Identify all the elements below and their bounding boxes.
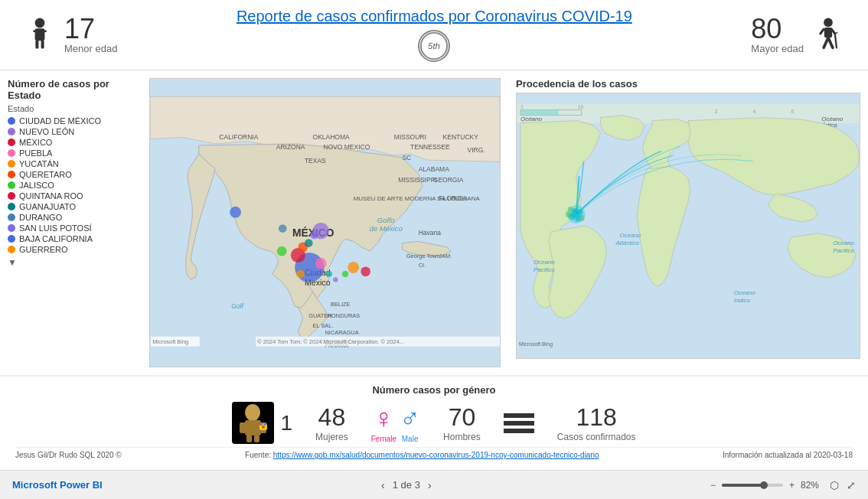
svg-text:HONDURAS: HONDURAS: [328, 312, 361, 319]
legend-item[interactable]: NUEVO LEÓN: [8, 127, 142, 136]
svg-text:TEXAS: TEXAS: [305, 157, 326, 165]
svg-text:JAM.: JAM.: [439, 253, 452, 259]
powerbi-bar: Microsoft Power BI ‹ 1 de 3 › − + 82% ⬡ …: [0, 470, 868, 499]
svg-point-99: [568, 207, 573, 211]
zoom-level: 82%: [801, 480, 819, 491]
legend-item[interactable]: GUERRERO: [8, 245, 142, 254]
legend-item[interactable]: JALISCO: [8, 181, 142, 190]
legend-item[interactable]: YUCATÁN: [8, 159, 142, 168]
world-map-container: 1 10 2 4 6 Océano Ártico Océano Ártico: [516, 93, 860, 359]
svg-text:FLORIDA: FLORIDA: [439, 194, 467, 202]
svg-text:BELIZE: BELIZE: [331, 301, 351, 308]
prev-page-arrow[interactable]: ‹: [381, 479, 385, 491]
footer-source-link[interactable]: https://www.gob.mx/salud/documentos/nuev…: [273, 451, 599, 459]
mexico-map-svg: Golfo de México Golf CALIFORNIA OKLAHOMA…: [150, 79, 500, 367]
female-icon-label: Female: [371, 435, 396, 443]
legend-items: CIUDAD DE MÉXICONUEVO LEÓNMÉXICOPUEBLAYU…: [8, 116, 142, 254]
svg-point-98: [579, 215, 585, 221]
svg-text:NICARAGUA: NICARAGUA: [325, 329, 359, 336]
svg-rect-104: [240, 422, 246, 433]
legend-dot: [8, 117, 15, 125]
svg-text:Golf: Golf: [231, 302, 244, 310]
svg-text:Pacifico: Pacifico: [534, 266, 555, 273]
legend-item[interactable]: SAN LUIS POTOSÍ: [8, 223, 142, 233]
bottom-section: Número casos por género: [0, 375, 868, 470]
svg-rect-3: [41, 30, 46, 31]
male-stat: 70 Hombres: [443, 403, 481, 442]
left-panel: Número de casos por Estado Estado CIUDAD…: [0, 70, 508, 375]
svg-point-60: [230, 207, 241, 218]
svg-point-111: [262, 426, 265, 429]
svg-text:de México: de México: [369, 224, 403, 233]
legend-dot: [8, 139, 15, 146]
female-stat: 48 Mujeres: [315, 403, 348, 442]
legend-item-label: CIUDAD DE MÉXICO: [19, 116, 101, 126]
svg-rect-77: [517, 104, 860, 123]
legend-dot: [8, 181, 15, 189]
svg-text:5th: 5th: [428, 41, 440, 51]
equals-icon: [504, 413, 534, 433]
male-icon-label: Male: [400, 435, 420, 443]
svg-line-11: [824, 38, 828, 47]
legend-item-label: PUEBLA: [19, 148, 52, 158]
svg-rect-4: [35, 40, 38, 48]
legend-item-label: BAJA CALIFORNIA: [19, 234, 93, 243]
legend-dot: [8, 149, 15, 157]
legend-dot: [8, 160, 15, 168]
share-icon[interactable]: ⬡: [830, 479, 839, 491]
svg-text:NOVO MEXICO: NOVO MEXICO: [323, 143, 370, 151]
footer-source-label: Fuente:: [245, 451, 273, 459]
gender-icons: ♀ Female ♂ Male: [371, 403, 420, 443]
legend-item[interactable]: MÉXICO: [8, 138, 142, 147]
svg-text:MISSISSIPPI: MISSISSIPPI: [398, 176, 437, 184]
svg-text:Indico: Indico: [734, 297, 751, 304]
legend-item-label: NUEVO LEÓN: [19, 127, 74, 136]
legend-title: Número de casos por Estado: [8, 78, 142, 101]
legend-item[interactable]: GUANAJUATO: [8, 202, 142, 211]
legend-item[interactable]: CIUDAD DE MÉXICO: [8, 116, 142, 126]
zoom-plus[interactable]: +: [789, 480, 795, 491]
fullscreen-icon[interactable]: ⤢: [847, 479, 856, 491]
legend-item[interactable]: QUERETARO: [8, 170, 142, 179]
legend-more[interactable]: ▼: [8, 257, 142, 268]
svg-text:Oceano: Oceano: [833, 240, 854, 246]
legend-item-label: YUCATÁN: [19, 159, 59, 168]
svg-text:OKLAHOMA: OKLAHOMA: [313, 133, 351, 141]
svg-text:SC: SC: [402, 154, 411, 161]
legend-dot: [8, 224, 15, 232]
svg-rect-106: [246, 435, 252, 442]
svg-text:ARIZONA: ARIZONA: [276, 143, 305, 151]
svg-point-52: [315, 258, 327, 269]
svg-text:Golfo: Golfo: [377, 216, 395, 224]
powerbi-link[interactable]: Microsoft Power BI: [12, 479, 103, 491]
title-block: Reporte de casos confirmados por Coronav…: [117, 8, 751, 62]
legend-item[interactable]: DURANGO: [8, 213, 142, 222]
legend-item[interactable]: QUINTANA ROO: [8, 191, 142, 201]
legend-item[interactable]: BAJA CALIFORNIA: [8, 234, 142, 243]
next-page-arrow[interactable]: ›: [428, 479, 432, 491]
svg-text:Oceano: Oceano: [734, 289, 755, 296]
female-icon: ♀: [371, 403, 396, 435]
legend-dot: [8, 171, 15, 178]
gender-stats-row: 1 48 Mujeres ♀ Female ♂ Male 70 Hombres: [15, 402, 853, 444]
svg-text:Microsoft Bing: Microsoft Bing: [152, 338, 188, 345]
svg-text:Pacifico: Pacifico: [833, 247, 854, 254]
zoom-slider[interactable]: [722, 484, 783, 487]
max-age-stat: 80 Mayor edad: [751, 15, 845, 54]
world-map-svg: 1 10 2 4 6 Océano Ártico Océano Ártico: [517, 93, 860, 358]
powerbi-action-icons: ⬡ ⤢: [830, 479, 856, 491]
svg-text:George Town: George Town: [406, 253, 440, 259]
legend-dot: [8, 203, 15, 210]
total-label: Casos confirmados: [557, 432, 636, 442]
svg-rect-103: [245, 420, 261, 435]
svg-text:Oceano: Oceano: [534, 259, 555, 266]
unknown-count: 1: [280, 413, 292, 434]
legend-dot: [8, 235, 15, 243]
legend-item[interactable]: PUEBLA: [8, 148, 142, 158]
svg-text:KENTUCKY: KENTUCKY: [443, 133, 479, 141]
svg-point-61: [296, 270, 305, 279]
svg-rect-2: [33, 30, 38, 31]
legend-panel: Número de casos por Estado Estado CIUDAD…: [8, 78, 142, 367]
male-icon: ♂: [400, 403, 420, 435]
zoom-minus[interactable]: −: [710, 480, 716, 491]
